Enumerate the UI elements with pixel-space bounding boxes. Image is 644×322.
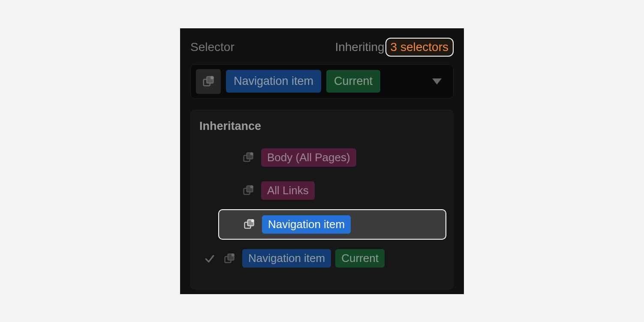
selector-field[interactable]: Navigation item Current (190, 64, 454, 99)
inheritance-title: Inheritance (199, 120, 446, 133)
class-tag-navigation-item[interactable]: Navigation item (226, 70, 321, 92)
svg-marker-3 (432, 78, 442, 84)
chevron-down-icon (432, 78, 442, 84)
inheriting-group: Inheriting 3 selectors (335, 38, 454, 57)
svg-point-12 (251, 220, 254, 223)
class-icon (223, 253, 235, 265)
selector-dropdown-toggle[interactable] (426, 70, 448, 93)
inheritance-row[interactable]: All Links (218, 176, 446, 205)
inheritance-tag[interactable]: Current (335, 249, 385, 268)
style-selector-panel: Selector Inheriting 3 selectors Navigati… (180, 28, 464, 294)
state-tag-current[interactable]: Current (326, 70, 380, 92)
class-icon (202, 75, 215, 88)
inheriting-label: Inheriting (335, 40, 384, 54)
class-icon (242, 184, 254, 196)
class-icon (242, 151, 254, 163)
svg-point-15 (232, 253, 235, 256)
selector-header: Selector Inheriting 3 selectors (190, 38, 454, 57)
inheritance-row[interactable]: Body (All Pages) (218, 143, 446, 172)
class-icon (243, 218, 255, 230)
inheritance-panel: Inheritance Body (All Pages) All Links (190, 110, 454, 290)
check-cell (203, 253, 217, 264)
selector-type-button[interactable] (196, 69, 221, 94)
inheritance-row-current[interactable]: Navigation item Current (199, 244, 446, 273)
svg-point-9 (250, 186, 253, 189)
inheritance-tag[interactable]: Navigation item (262, 215, 351, 234)
inheritance-row-selected[interactable]: Navigation item (218, 209, 446, 240)
inheritance-tag[interactable]: All Links (261, 181, 315, 200)
inheriting-count-badge[interactable]: 3 selectors (385, 38, 454, 57)
svg-point-2 (211, 76, 214, 79)
checkmark-icon (204, 253, 215, 264)
inheritance-tag[interactable]: Body (All Pages) (261, 148, 356, 167)
inheritance-tag[interactable]: Navigation item (242, 249, 331, 268)
svg-point-6 (250, 152, 253, 155)
selector-label: Selector (190, 40, 235, 54)
